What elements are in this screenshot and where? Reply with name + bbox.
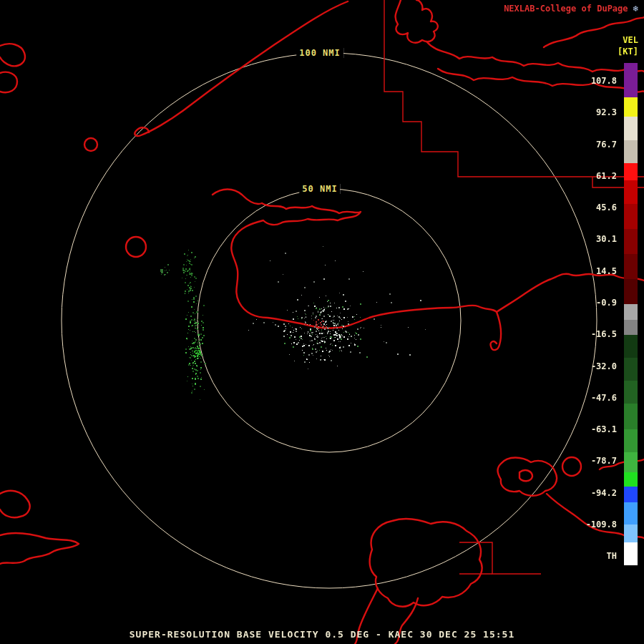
colorbar-tick: -109.8	[586, 519, 617, 530]
colorbar-segment	[624, 117, 638, 140]
colorbar-tick: 107.8	[591, 75, 617, 87]
colorbar-segment	[624, 304, 638, 320]
colorbar-th-label: TH	[607, 550, 617, 562]
range-ring-label-100nmi: 100 NMI	[296, 48, 343, 58]
colorbar-segment	[624, 525, 638, 542]
brand-label: NEXLAB-College of DuPage	[504, 4, 628, 14]
colorbar-segment	[624, 502, 638, 525]
colorbar-segment	[624, 542, 638, 565]
colorbar-tick: -78.7	[591, 455, 617, 467]
brand-text: NEXLAB-College of DuPage ❄	[504, 4, 638, 14]
velocity-colorbar	[624, 63, 638, 565]
colorbar-segment	[624, 140, 638, 163]
colorbar-title-units: [KT]	[618, 46, 638, 57]
colorbar-segment	[624, 452, 638, 472]
radar-display: 100 NMI 50 NMI NEXLAB-College of DuPage …	[0, 0, 644, 644]
colorbar-segment	[624, 229, 638, 254]
colorbar-tick: 61.2	[596, 170, 617, 182]
colorbar-tick: 14.5	[596, 265, 617, 277]
colorbar-tick: 30.1	[596, 233, 617, 245]
colorbar-segment	[624, 429, 638, 452]
colorbar-segment	[624, 180, 638, 204]
colorbar-segment	[624, 404, 638, 429]
colorbar-segment	[624, 335, 638, 358]
colorbar-tick: -32.0	[591, 361, 617, 372]
product-caption: SUPER-RESOLUTION BASE VELOCITY 0.5 DEG -…	[130, 629, 514, 640]
colorbar-title-product: VEL	[618, 34, 638, 46]
colorbar-segment	[624, 320, 638, 335]
colorbar-tick: 92.3	[596, 107, 617, 118]
colorbar-segment	[624, 97, 638, 117]
colorbar-title: VEL [KT]	[618, 34, 638, 57]
colorbar-tick: -63.1	[591, 424, 617, 435]
colorbar-segment	[624, 487, 638, 502]
colorbar-segment	[624, 279, 638, 304]
colorbar-segment	[624, 204, 638, 229]
range-ring-label-50nmi: 50 NMI	[299, 184, 340, 194]
colorbar-segment	[624, 254, 638, 279]
colorbar-tick: 76.7	[596, 139, 617, 150]
colorbar-tick: -16.5	[591, 328, 617, 340]
colorbar-segment	[624, 63, 638, 97]
snowflake-icon: ❄	[633, 4, 638, 14]
colorbar-tick: -0.9	[596, 297, 617, 308]
colorbar-segment	[624, 163, 638, 180]
colorbar-segment	[624, 472, 638, 487]
colorbar-segment	[624, 358, 638, 381]
colorbar-tick: -94.2	[591, 487, 617, 499]
colorbar-tick: 45.6	[596, 202, 617, 213]
colorbar-segment	[624, 381, 638, 404]
radar-echoes	[0, 0, 644, 644]
colorbar-tick: -47.6	[591, 392, 617, 404]
